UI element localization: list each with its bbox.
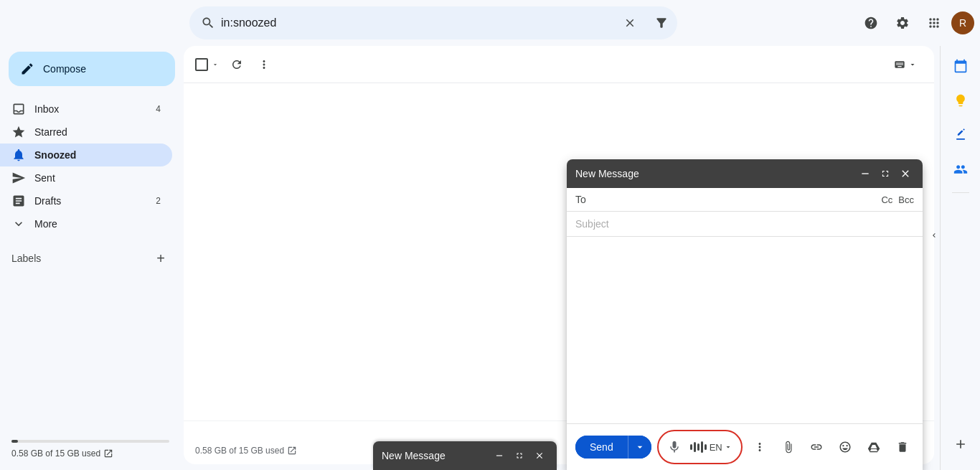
close-icon — [900, 168, 911, 179]
help-icon — [864, 16, 878, 30]
compose-label: Compose — [43, 63, 86, 75]
send-button[interactable]: Send — [575, 436, 628, 459]
drafts-label: Drafts — [34, 195, 147, 207]
compose-window-title: New Message — [575, 168, 639, 179]
expand-icon — [908, 60, 917, 69]
tasks-panel-button[interactable] — [946, 121, 975, 149]
filter-icon — [654, 16, 669, 30]
to-input[interactable] — [595, 194, 875, 205]
add-label-button[interactable]: + — [149, 247, 172, 270]
sidebar-item-sent[interactable]: Sent — [0, 166, 172, 189]
select-all-checkbox-group[interactable] — [195, 57, 222, 72]
starred-label: Starred — [34, 126, 161, 138]
avatar[interactable]: R — [951, 11, 974, 34]
apps-icon — [927, 16, 941, 30]
trash-icon — [896, 441, 909, 453]
cc-bcc-buttons: Cc Bcc — [881, 194, 914, 205]
search-clear-button[interactable] — [617, 10, 643, 36]
select-dropdown-button[interactable] — [208, 57, 222, 72]
add-panel-button[interactable] — [946, 430, 975, 459]
send-dropdown-button[interactable] — [628, 436, 651, 459]
sidebar-item-more[interactable]: More — [0, 212, 172, 235]
compose-min-minimize-button[interactable] — [491, 447, 508, 464]
external-link-footer-icon[interactable] — [287, 446, 297, 456]
notes-panel-button[interactable] — [946, 86, 975, 115]
settings-button[interactable] — [888, 9, 917, 37]
compose-minimized-bar[interactable]: New Message — [373, 441, 557, 470]
sidebar-item-starred[interactable]: Starred — [0, 121, 172, 144]
microphone-button[interactable] — [661, 434, 687, 460]
keyboard-icon — [894, 59, 905, 70]
search-bar[interactable]: in:snoozed — [189, 6, 677, 39]
language-button[interactable]: EN — [710, 442, 732, 453]
subject-input[interactable] — [575, 218, 914, 230]
apps-button[interactable] — [920, 9, 948, 37]
notes-icon — [953, 93, 968, 108]
tasks-icon — [953, 128, 968, 142]
people-icon — [953, 162, 968, 177]
discard-draft-button[interactable] — [891, 436, 914, 459]
storage-bar-background — [11, 440, 169, 443]
calendar-panel-button[interactable] — [946, 52, 975, 80]
chevron-down-small-icon — [212, 61, 219, 68]
topbar-right: R — [857, 9, 974, 37]
bcc-button[interactable]: Bcc — [898, 194, 914, 205]
expand-panel-button[interactable] — [928, 221, 940, 250]
sidebar-item-snoozed[interactable]: Snoozed — [0, 144, 172, 166]
compose-expand-button[interactable] — [877, 165, 894, 182]
link-icon — [810, 441, 823, 453]
people-panel-button[interactable] — [946, 155, 975, 184]
help-button[interactable] — [857, 9, 885, 37]
chevron-down-icon — [11, 217, 26, 231]
wave-bar-2 — [694, 442, 696, 452]
compose-header[interactable]: New Message — [567, 159, 923, 188]
calendar-icon — [953, 59, 968, 73]
toolbar-left — [195, 52, 277, 77]
compose-header-actions — [857, 165, 914, 182]
sent-label: Sent — [34, 172, 161, 184]
storage-bar-fill — [11, 440, 18, 443]
compose-body[interactable] — [567, 237, 923, 423]
compose-button[interactable]: Compose — [9, 52, 175, 86]
sidebar-item-drafts[interactable]: Drafts 2 — [0, 189, 172, 212]
voice-compose-area: EN — [657, 430, 743, 464]
compose-min-expand-button[interactable] — [511, 447, 528, 464]
view-options-button[interactable] — [888, 56, 923, 73]
labels-section: Labels + — [0, 235, 184, 276]
fullscreen-small-icon — [515, 451, 524, 460]
insert-emoji-button[interactable] — [834, 436, 857, 459]
voice-wave-bars — [690, 440, 707, 454]
language-label: EN — [710, 442, 722, 453]
compose-to-row: To Cc Bcc — [567, 188, 923, 212]
search-options-button[interactable] — [649, 10, 674, 36]
compose-close-button[interactable] — [897, 165, 914, 182]
compose-more-options-button[interactable] — [748, 436, 771, 459]
microphone-icon — [667, 440, 682, 454]
more-options-button[interactable] — [251, 52, 277, 77]
drafts-icon — [11, 194, 26, 208]
send-icon — [11, 171, 26, 185]
close-small-icon — [534, 451, 545, 461]
insert-drive-button[interactable] — [862, 436, 885, 459]
compose-min-close-button[interactable] — [531, 447, 548, 464]
external-link-icon[interactable] — [103, 448, 113, 459]
refresh-button[interactable] — [224, 52, 250, 77]
insert-link-button[interactable] — [806, 436, 829, 459]
snoozed-label: Snoozed — [34, 149, 161, 161]
emoji-icon — [839, 441, 852, 453]
select-all-checkbox[interactable] — [195, 58, 208, 71]
compose-window: New Message To Cc Bcc — [567, 159, 923, 470]
cc-button[interactable]: Cc — [881, 194, 892, 205]
more-label: More — [34, 218, 161, 230]
attach-file-button[interactable] — [777, 436, 800, 459]
sidebar-item-inbox[interactable]: Inbox 4 — [0, 98, 172, 121]
footer-storage-text: 0.58 GB of 15 GB used — [195, 446, 284, 456]
fullscreen-icon — [880, 169, 890, 179]
storage-section: 0.58 GB of 15 GB used — [0, 431, 184, 470]
minimize-small-icon — [494, 451, 504, 461]
star-icon — [11, 125, 26, 139]
sidebar: Gmail Compose Inbox 4 Starred — [0, 0, 184, 470]
compose-minimize-button[interactable] — [857, 165, 874, 182]
settings-icon — [895, 16, 910, 30]
inbox-icon — [11, 102, 26, 116]
